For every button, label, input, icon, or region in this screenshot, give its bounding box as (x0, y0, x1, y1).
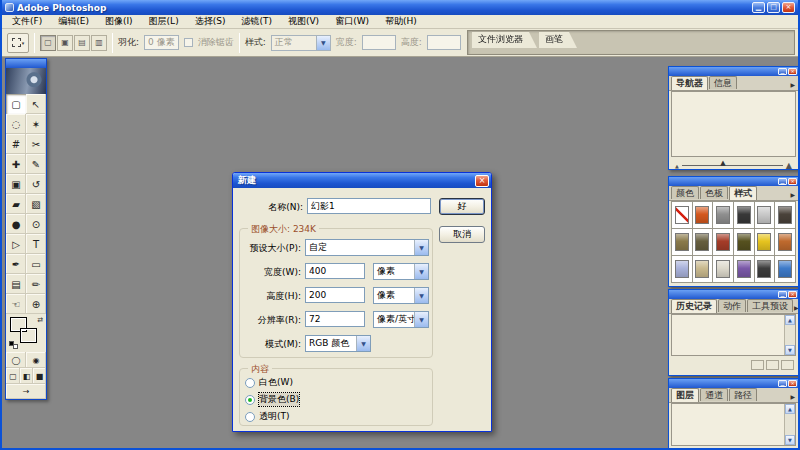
height-input[interactable] (305, 287, 365, 303)
style-swatch[interactable] (734, 256, 754, 282)
scroll-up-icon[interactable]: ▲ (785, 315, 795, 325)
swap-colors-icon[interactable]: ⇄ (37, 316, 43, 324)
contents-background-color-radio[interactable] (245, 395, 255, 405)
style-swatch[interactable] (693, 202, 713, 228)
delete-state-button[interactable] (781, 360, 794, 370)
name-input[interactable] (307, 198, 431, 214)
width-input[interactable] (305, 263, 365, 279)
fullscreen-mode-button[interactable]: ■ (33, 368, 46, 384)
intersect-selection-button[interactable]: ▥ (91, 35, 107, 51)
scrollbar[interactable]: ▲ ▼ (784, 404, 795, 445)
new-snapshot-button[interactable] (766, 360, 779, 370)
palette-tab[interactable]: 工具预设 (747, 299, 793, 312)
rectangular-marquee-tool[interactable]: ▢ (6, 94, 26, 114)
default-colors-icon[interactable] (9, 341, 18, 349)
standard-screen-mode-button[interactable]: ▢ (6, 368, 20, 384)
style-swatch[interactable] (672, 229, 692, 255)
zoom-out-icon[interactable]: ▲ (675, 163, 679, 169)
eyedropper-tool[interactable]: ✏ (26, 274, 46, 294)
style-swatch[interactable] (693, 229, 713, 255)
resolution-input[interactable] (305, 311, 365, 327)
pen-tool[interactable]: ✒ (6, 254, 26, 274)
jump-to-imageready-button[interactable]: → (6, 384, 46, 399)
move-tool[interactable]: ↖ (26, 94, 46, 114)
palette-titlebar[interactable]: ▁ × (669, 379, 798, 388)
style-swatch[interactable] (713, 229, 733, 255)
hand-tool[interactable]: ☜ (6, 294, 26, 314)
scrollbar[interactable]: ▲ ▼ (784, 315, 795, 355)
restore-button[interactable]: □ (767, 2, 780, 13)
contents-white-radio[interactable] (245, 378, 255, 388)
menu-item[interactable]: 文件(F) (4, 15, 50, 28)
flyout-menu-icon[interactable]: ▶ (794, 304, 800, 313)
quick-mask-mode-button[interactable]: ◉ (26, 352, 46, 368)
toolbox-titlebar[interactable] (6, 59, 46, 68)
new-selection-button[interactable]: ▢ (40, 35, 56, 51)
subtract-from-selection-button[interactable]: ▤ (74, 35, 90, 51)
style-swatch[interactable] (755, 229, 775, 255)
minimize-icon[interactable]: ▁ (778, 291, 787, 298)
style-swatch[interactable] (775, 256, 795, 282)
crop-tool[interactable]: # (6, 134, 26, 154)
palette-tab[interactable]: 信息 (709, 76, 737, 89)
menu-item[interactable]: 图层(L) (141, 15, 187, 28)
palette-tab[interactable]: 图层 (671, 388, 699, 402)
palette-tab[interactable]: 动作 (718, 299, 746, 312)
preset-size-dropdown[interactable]: 自定 ▼ (305, 239, 429, 256)
navigator-proxy-view[interactable] (671, 91, 796, 157)
scroll-down-icon[interactable]: ▼ (785, 435, 795, 445)
resolution-unit-dropdown[interactable]: 像素/英寸 ▼ (373, 311, 429, 328)
palette-tab[interactable]: 颜色 (671, 186, 699, 199)
menu-item[interactable]: 图像(I) (97, 15, 141, 28)
dialog-close-button[interactable]: × (475, 175, 489, 187)
toolbox-banner[interactable] (6, 68, 46, 94)
width-unit-dropdown[interactable]: 像素 ▼ (373, 263, 429, 280)
minimize-button[interactable]: ▁ (752, 2, 765, 13)
menu-item[interactable]: 编辑(E) (50, 15, 97, 28)
standard-mode-button[interactable]: ◯ (6, 352, 26, 368)
style-swatch[interactable] (775, 202, 795, 228)
style-swatch[interactable] (755, 202, 775, 228)
palette-well-tab[interactable]: 文件浏览器 (472, 32, 537, 48)
palette-tab[interactable]: 导航器 (671, 76, 708, 90)
flyout-menu-icon[interactable]: ▶ (790, 81, 796, 90)
menu-item[interactable]: 视图(V) (280, 15, 327, 28)
path-selection-tool[interactable]: ▷ (6, 234, 26, 254)
width-input[interactable] (362, 35, 396, 50)
minimize-icon[interactable]: ▁ (778, 178, 787, 185)
lasso-tool[interactable]: ◌ (6, 114, 26, 134)
minimize-icon[interactable]: ▁ (778, 380, 787, 387)
history-brush-tool[interactable]: ↺ (26, 174, 46, 194)
zoom-slider-thumb[interactable]: ▲ (720, 159, 725, 167)
style-swatch[interactable] (713, 202, 733, 228)
antialias-checkbox[interactable] (184, 38, 193, 47)
scroll-down-icon[interactable]: ▼ (785, 345, 795, 355)
close-icon[interactable]: × (788, 291, 797, 298)
style-swatch[interactable] (734, 229, 754, 255)
notes-tool[interactable]: ▤ (6, 274, 26, 294)
zoom-in-icon[interactable]: ▲ (786, 161, 792, 170)
mode-dropdown[interactable]: RGB 颜色 ▼ (305, 335, 371, 352)
healing-brush-tool[interactable]: ✚ (6, 154, 26, 174)
palette-titlebar[interactable]: ▁ × (669, 177, 798, 186)
cancel-button[interactable]: 取消 (439, 226, 485, 243)
fullscreen-with-menu-button[interactable]: ◧ (20, 368, 33, 384)
style-swatch[interactable] (734, 202, 754, 228)
flyout-menu-icon[interactable]: ▶ (790, 191, 796, 200)
zoom-slider[interactable]: ▲ ▲ ▲ (673, 161, 794, 170)
palette-tab[interactable]: 路径 (729, 388, 757, 401)
brush-tool[interactable]: ✎ (26, 154, 46, 174)
dialog-titlebar[interactable]: 新建 × (233, 173, 491, 188)
style-swatch[interactable] (693, 256, 713, 282)
menu-item[interactable]: 帮助(H) (377, 15, 425, 28)
palette-tab[interactable]: 色板 (700, 186, 728, 199)
slice-tool[interactable]: ✂ (26, 134, 46, 154)
palette-titlebar[interactable]: ▁ × (669, 290, 798, 299)
magic-wand-tool[interactable]: ✶ (26, 114, 46, 134)
style-dropdown[interactable]: 正常 ▼ (271, 35, 331, 51)
close-icon[interactable]: × (788, 380, 797, 387)
flyout-menu-icon[interactable]: ▶ (790, 393, 796, 402)
dodge-tool[interactable]: ⊙ (26, 214, 46, 234)
new-document-from-state-button[interactable] (751, 360, 764, 370)
eraser-tool[interactable]: ▰ (6, 194, 26, 214)
